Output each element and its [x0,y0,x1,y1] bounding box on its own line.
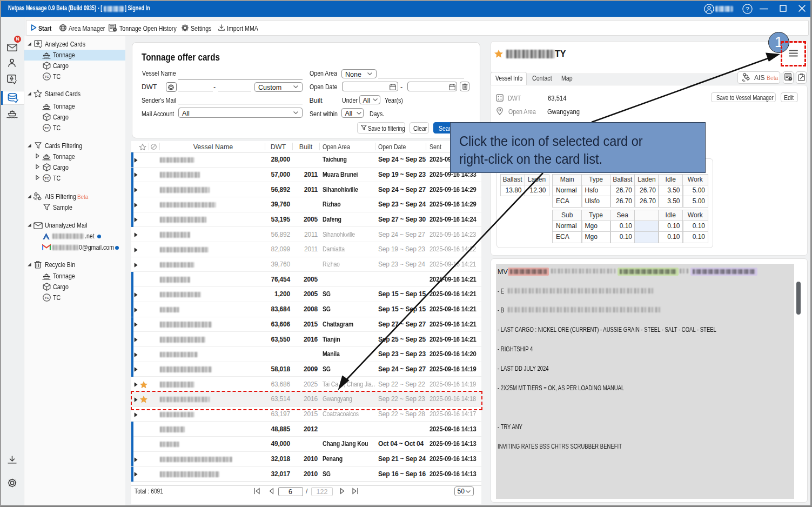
svg-text:TC: TC [44,126,49,130]
svg-text:TC: TC [44,75,49,78]
svg-text:TC: TC [44,296,49,299]
svg-text:TC: TC [44,176,49,180]
svg-text:?: ? [746,6,749,12]
